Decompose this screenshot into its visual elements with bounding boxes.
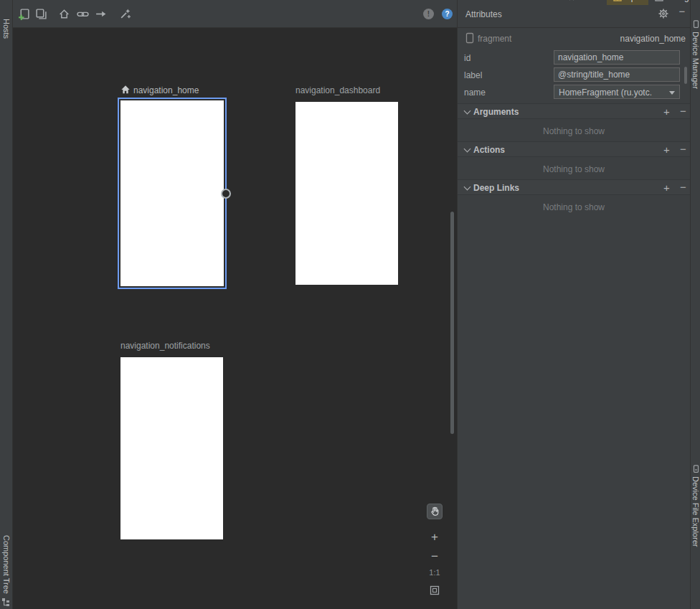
add-action-button[interactable] — [95, 8, 107, 20]
link-icon — [77, 8, 89, 20]
attributes-panel-title: Attributes — [465, 9, 502, 19]
tab-design[interactable]: Design — [648, 0, 700, 5]
id-field[interactable] — [554, 50, 680, 65]
toolwindow-button-device-manager[interactable]: Device Manager — [691, 32, 700, 89]
attributes-scrollbar[interactable] — [684, 67, 687, 84]
chevron-down-icon — [464, 108, 471, 115]
start-destination-home-icon — [120, 85, 131, 95]
zoom-out-button[interactable]: − — [427, 549, 442, 564]
editor-mode-tabs: Code Split Design — [561, 0, 700, 5]
component-id-value: navigation_home — [620, 34, 686, 44]
help-icon: ? — [442, 9, 453, 19]
zoom-scale-label[interactable]: 1:1 — [427, 568, 443, 577]
remove-argument-button[interactable]: − — [678, 105, 689, 117]
auto-arrange-button[interactable] — [119, 8, 131, 20]
new-destination-icon — [18, 8, 30, 20]
section-title: Arguments — [473, 107, 519, 117]
chevron-down-icon — [669, 91, 675, 95]
navigation-editor-window: Code Split Design Hosts Component Tree D… — [0, 0, 700, 609]
magic-wand-icon — [119, 8, 131, 20]
add-deep-link-button[interactable]: + — [661, 181, 672, 194]
attributes-panel: fragment navigation_home id label name H… — [457, 28, 690, 609]
label-field[interactable] — [554, 67, 680, 82]
fragment-label-notifications[interactable]: navigation_notifications — [120, 341, 210, 351]
code-icon — [567, 0, 576, 1]
field-label-label: label — [464, 70, 482, 80]
arguments-empty-text: Nothing to show — [458, 126, 690, 136]
error-icon: ! — [423, 9, 434, 19]
field-label-id: id — [464, 53, 470, 63]
section-header-arguments[interactable]: Arguments + − — [458, 103, 690, 119]
remove-action-button[interactable]: − — [678, 143, 689, 155]
hide-panel-icon[interactable]: − — [677, 5, 687, 17]
navigation-graph-canvas[interactable]: navigation_home navigation_dashboard nav… — [13, 28, 457, 609]
action-arrow-icon — [95, 8, 107, 20]
section-header-actions[interactable]: Actions + − — [458, 141, 690, 157]
canvas-vertical-scrollbar[interactable] — [450, 212, 454, 434]
section-header-deep-links[interactable]: Deep Links + − — [458, 179, 690, 195]
issues-button[interactable]: ! — [422, 8, 435, 20]
field-label-name: name — [464, 88, 486, 98]
section-title: Actions — [473, 145, 505, 155]
name-combobox-value: HomeFragment (ru.yotc. — [559, 88, 652, 98]
tab-split[interactable]: Split — [607, 0, 648, 5]
device-manager-icon[interactable] — [692, 20, 700, 28]
component-type-label: fragment — [478, 34, 511, 44]
add-action-button[interactable]: + — [661, 143, 672, 156]
nested-graph-button[interactable] — [35, 8, 47, 20]
actions-empty-text: Nothing to show — [458, 164, 690, 174]
section-title: Deep Links — [473, 183, 519, 193]
fragment-home-preview — [120, 100, 224, 286]
action-connection-handle[interactable] — [221, 189, 231, 199]
fragment-home[interactable] — [118, 98, 227, 289]
fragment-label-home[interactable]: navigation_home — [133, 85, 199, 95]
remove-deep-link-button[interactable]: − — [678, 181, 689, 193]
tab-design-label: Design — [667, 0, 694, 2]
new-destination-button[interactable] — [18, 8, 30, 20]
left-toolwindow-stripe: Hosts Component Tree — [0, 0, 13, 609]
fragment-icon — [465, 32, 474, 44]
device-file-explorer-icon[interactable] — [692, 465, 700, 473]
fragment-dashboard[interactable] — [295, 102, 398, 285]
toolwindow-button-hosts[interactable]: Hosts — [2, 19, 11, 39]
chevron-down-icon — [464, 146, 471, 153]
zoom-in-button[interactable]: + — [427, 530, 442, 544]
assign-start-destination-button[interactable] — [58, 8, 70, 20]
add-argument-button[interactable]: + — [661, 105, 672, 118]
navigation-toolbar: ! ? — [13, 0, 457, 28]
toolwindow-button-component-tree[interactable]: Component Tree — [2, 535, 11, 594]
component-tree-icon[interactable] — [2, 598, 10, 606]
zoom-to-fit-icon[interactable] — [429, 585, 440, 596]
tab-split-label: Split — [625, 0, 642, 2]
fragment-label-dashboard[interactable]: navigation_dashboard — [295, 85, 380, 95]
tab-code[interactable]: Code — [561, 0, 607, 5]
tab-code-label: Code — [580, 0, 600, 2]
nested-graph-icon — [35, 8, 47, 20]
deep-link-button[interactable] — [77, 8, 89, 20]
split-icon — [613, 0, 622, 1]
name-combobox[interactable]: HomeFragment (ru.yotc. — [554, 85, 680, 99]
hand-icon — [430, 506, 440, 516]
design-icon — [655, 0, 663, 1]
pan-button[interactable] — [427, 504, 443, 519]
fragment-notifications[interactable] — [120, 357, 223, 539]
toolwindow-button-device-file-explorer[interactable]: Device File Explorer — [691, 476, 700, 547]
deep-links-empty-text: Nothing to show — [458, 202, 690, 212]
home-icon — [58, 8, 70, 20]
gear-icon[interactable] — [658, 9, 668, 19]
help-button[interactable]: ? — [441, 8, 453, 20]
right-toolwindow-stripe: Device Manager Device File Explorer — [690, 0, 700, 609]
chevron-down-icon — [464, 184, 471, 191]
